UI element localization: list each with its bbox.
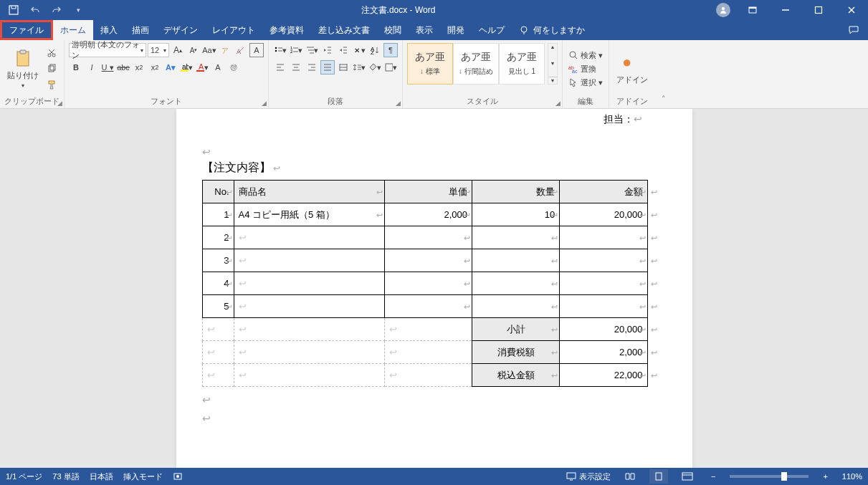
font-color-button[interactable]: A▾ — [195, 60, 209, 75]
tf-blank[interactable]: ↩ — [202, 318, 234, 341]
align-center-button[interactable] — [289, 60, 303, 75]
borders-button[interactable]: ▾ — [383, 60, 398, 75]
th-name[interactable]: 商品名↩ — [234, 181, 384, 203]
read-mode-button[interactable] — [621, 469, 639, 484]
indent-increase-button[interactable] — [336, 43, 350, 57]
th-price[interactable]: 単価↩ — [384, 181, 472, 203]
collapse-ribbon-button[interactable]: ˄ — [655, 40, 672, 108]
maximize-button[interactable] — [802, 0, 835, 20]
tab-insert[interactable]: 挿入 — [93, 20, 125, 40]
distribute-button[interactable] — [336, 60, 350, 75]
align-justify-button[interactable] — [320, 60, 335, 75]
align-right-button[interactable] — [305, 60, 319, 75]
comments-button[interactable] — [839, 20, 868, 40]
tax-value[interactable]: 2,000↩↩ — [560, 341, 647, 364]
sort-button[interactable]: AZ — [368, 43, 382, 57]
page[interactable]: 担当：↩ ↩ 【注文内容】 ↩ No.↩ 商品名↩ 単価↩ 数量↩ 金額↩↩ 1… — [176, 109, 692, 468]
superscript-button[interactable]: x2 — [148, 60, 162, 75]
style-up-icon[interactable]: ▴ — [548, 44, 557, 50]
undo-icon[interactable] — [27, 2, 43, 18]
numbering-button[interactable]: 12▾ — [289, 43, 303, 57]
replace-button[interactable]: abac置換 — [567, 63, 604, 75]
th-amount[interactable]: 金額↩↩ — [560, 181, 647, 203]
display-settings[interactable]: 表示設定 — [566, 471, 611, 482]
font-size-combo[interactable]: 12▾ — [148, 43, 169, 57]
clear-format-button[interactable]: A — [234, 43, 248, 57]
qa-customize-icon[interactable]: ▾ — [70, 2, 86, 18]
indent-decrease-button[interactable] — [320, 43, 335, 57]
style-more-icon[interactable]: ▾ — [548, 77, 557, 84]
table-row[interactable]: 2↩↩↩↩↩↩ — [202, 226, 647, 249]
clipboard-launcher[interactable]: ◢ — [57, 100, 62, 107]
bullets-button[interactable]: ▾ — [273, 43, 287, 57]
table-row[interactable]: 4↩↩↩↩↩↩ — [202, 272, 647, 295]
table-row[interactable]: 1↩A4 コピー用紙（5 箱）↩2,000↩10↩20,000↩↩ — [202, 203, 647, 226]
tab-help[interactable]: ヘルプ — [472, 20, 512, 40]
tab-mailings[interactable]: 差し込み文書 — [311, 20, 377, 40]
close-button[interactable] — [835, 0, 868, 20]
status-lang[interactable]: 日本語 — [90, 471, 113, 482]
tax-label[interactable]: 消費税額↩ — [472, 341, 560, 364]
account-button[interactable] — [710, 0, 736, 20]
paragraph-launcher[interactable]: ◢ — [396, 100, 401, 107]
cut-button[interactable] — [44, 46, 59, 60]
zoom-slider[interactable] — [730, 475, 809, 478]
phonetic-guide-button[interactable]: ア — [218, 43, 232, 57]
shrink-font-button[interactable]: A▾ — [186, 43, 201, 57]
tab-developer[interactable]: 開発 — [440, 20, 472, 40]
status-page[interactable]: 1/1 ページ — [6, 471, 42, 482]
subtotal-label[interactable]: 小計↩ — [472, 318, 560, 341]
order-table[interactable]: No.↩ 商品名↩ 単価↩ 数量↩ 金額↩↩ 1↩A4 コピー用紙（5 箱）↩2… — [202, 180, 648, 387]
char-shading-button[interactable]: A — [211, 60, 225, 75]
tantou-text[interactable]: 担当：↩ — [198, 113, 671, 126]
copy-button[interactable] — [44, 62, 59, 76]
tab-view[interactable]: 表示 — [409, 20, 440, 40]
order-heading[interactable]: 【注文内容】 ↩ — [202, 160, 671, 176]
strike-button[interactable]: abc — [116, 60, 130, 75]
font-name-combo[interactable]: 游明朝 (本文のフォン▾ — [69, 43, 146, 57]
highlight-button[interactable]: ab▾ — [179, 60, 194, 75]
zoom-in-button[interactable]: + — [819, 472, 831, 481]
zoom-level[interactable]: 110% — [842, 472, 862, 481]
web-layout-button[interactable] — [678, 469, 697, 484]
addins-button[interactable]: ● アドイン — [614, 43, 651, 95]
tab-home[interactable]: ホーム — [53, 20, 93, 40]
ribbon-display-button[interactable] — [736, 0, 769, 20]
para-mark[interactable]: ↩ — [202, 413, 671, 424]
subtotal-value[interactable]: 20,000↩↩ — [560, 318, 647, 341]
select-button[interactable]: 選択 ▾ — [567, 77, 604, 89]
multilevel-button[interactable]: ▾ — [305, 43, 319, 57]
status-words[interactable]: 73 単語 — [52, 471, 79, 482]
autosave-icon[interactable] — [6, 2, 22, 18]
tab-review[interactable]: 校閲 — [377, 20, 409, 40]
minimize-button[interactable] — [769, 0, 802, 20]
th-qty[interactable]: 数量↩ — [472, 181, 560, 203]
font-launcher[interactable]: ◢ — [262, 100, 267, 107]
tab-references[interactable]: 参考資料 — [262, 20, 311, 40]
align-left-button[interactable] — [273, 60, 287, 75]
para-mark[interactable]: ↩ — [202, 394, 671, 405]
tab-draw[interactable]: 描画 — [125, 20, 156, 40]
grow-font-button[interactable]: A▴ — [171, 43, 185, 57]
table-row[interactable]: 5↩↩↩↩↩↩ — [202, 295, 647, 318]
char-border-button[interactable]: A — [249, 43, 264, 57]
find-button[interactable]: 検索 ▾ — [567, 49, 604, 62]
total-label[interactable]: 税込金額↩ — [472, 364, 560, 387]
redo-icon[interactable] — [49, 2, 65, 18]
style-down-icon[interactable]: ▾ — [548, 60, 557, 67]
total-value[interactable]: 22,000↩↩ — [560, 364, 647, 387]
enclose-char-button[interactable]: ㊞ — [226, 60, 241, 75]
tab-file[interactable]: ファイル — [0, 20, 53, 40]
style-normal[interactable]: あア亜 ↓ 標準 — [407, 43, 453, 85]
shading-button[interactable]: ▾ — [368, 60, 382, 75]
asian-layout-button[interactable]: ✕▾ — [352, 43, 366, 57]
show-marks-button[interactable]: ¶ — [383, 43, 398, 57]
macro-record-icon[interactable] — [173, 471, 183, 481]
style-no-spacing[interactable]: あア亜 ↓ 行間詰め — [453, 43, 499, 85]
styles-launcher[interactable]: ◢ — [555, 100, 561, 107]
line-spacing-button[interactable]: ▾ — [352, 60, 366, 75]
text-effects-button[interactable]: A▾ — [163, 60, 178, 75]
zoom-out-button[interactable]: − — [707, 472, 720, 481]
bold-button[interactable]: B — [69, 60, 83, 75]
document-area[interactable]: 担当：↩ ↩ 【注文内容】 ↩ No.↩ 商品名↩ 単価↩ 数量↩ 金額↩↩ 1… — [0, 109, 868, 468]
